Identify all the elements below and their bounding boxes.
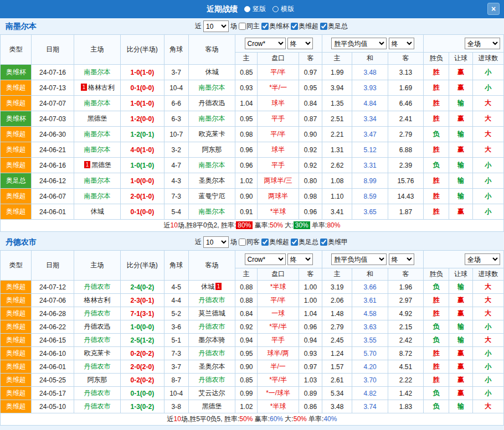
- avg-time-select[interactable]: 终: [389, 38, 414, 49]
- euro-home-odds: 1.35: [322, 96, 352, 111]
- team-name: 南墨尔本: [199, 115, 225, 122]
- league-filter-input[interactable]: [261, 23, 269, 30]
- team-name: 艾云达尔: [199, 389, 225, 397]
- same-away-checkbox-input[interactable]: [239, 239, 246, 246]
- col-euro-draw: 和: [352, 268, 388, 281]
- result-wdl: 负: [424, 400, 449, 413]
- league-filter-input[interactable]: [320, 23, 327, 30]
- match-count-select[interactable]: 10: [203, 236, 229, 248]
- avg-odds-select[interactable]: 胜平负均值: [331, 253, 387, 265]
- stat-label: 单率:: [310, 221, 327, 229]
- league-filter-checkbox[interactable]: 奥足总: [320, 22, 348, 31]
- stat-value: 50%: [294, 415, 307, 423]
- match-date: 24-05-10: [32, 400, 74, 413]
- asia-home-odds: 0.90: [235, 360, 258, 374]
- same-away-label: 同客: [246, 237, 260, 247]
- euro-home-odds: 2.62: [322, 158, 352, 173]
- layout-option-vertical[interactable]: 竖版: [244, 4, 266, 14]
- match-row: 奥维杯24-07-16南墨尔本1-0(1-0)3-7休城0.85平/半0.971…: [1, 65, 504, 80]
- league-filter-input[interactable]: [320, 239, 327, 246]
- asia-home-odds: 1.04: [235, 96, 258, 111]
- euro-draw-odds: 5.12: [352, 142, 388, 158]
- euro-draw-odds: 4.84: [352, 96, 388, 111]
- corner-count: 5-1: [164, 334, 188, 347]
- home-team: 丹德农市: [74, 360, 120, 374]
- match-score: 1-0(0-0): [121, 173, 164, 189]
- league-type: 奥维超: [1, 281, 32, 294]
- asia-handicap: 平手: [258, 111, 299, 127]
- avg-time-select[interactable]: 终: [389, 253, 414, 265]
- match-score: 7-1(3-1): [121, 307, 164, 320]
- match-count-select[interactable]: 10: [203, 20, 229, 32]
- same-home-checkbox[interactable]: 同主: [239, 22, 260, 31]
- asia-handicap: 平/半: [258, 294, 299, 307]
- euro-away-odds: 14.43: [388, 189, 423, 204]
- match-date: 24-06-07: [32, 189, 74, 204]
- team-name: 丹德农市: [199, 296, 225, 304]
- asia-away-odds: 0.89: [299, 387, 322, 400]
- league-filter-checkbox[interactable]: 奥维甲: [320, 237, 348, 247]
- away-team: 丹德农市: [188, 320, 235, 334]
- match-date: 24-06-10: [32, 347, 74, 360]
- home-team: 丹德农市: [74, 307, 120, 320]
- league-filter-checkbox[interactable]: 奥足总: [291, 237, 318, 247]
- odds-company-select[interactable]: Crow*: [245, 38, 286, 49]
- odds-company-select[interactable]: Crow*: [245, 253, 286, 265]
- euro-away-odds: 2.15: [388, 320, 423, 334]
- team-name: 莫兰德城: [199, 309, 225, 317]
- result-wdl: 胜: [424, 96, 449, 111]
- col-home: 主场: [74, 251, 120, 281]
- match-date: 24-06-12: [32, 173, 74, 189]
- team-name: 黑德堡: [91, 161, 111, 169]
- col-asia-home: 主: [235, 53, 258, 65]
- match-row: 奥维超24-06-28丹德农市7-1(3-1)5-2莫兰德城0.84一球1.04…: [1, 307, 504, 320]
- close-icon[interactable]: ×: [487, 3, 500, 15]
- league-filter-checkbox[interactable]: 奥维杯: [261, 22, 289, 31]
- euro-draw-odds: 3.34: [352, 111, 388, 127]
- asia-away-odds: 0.84: [299, 96, 322, 111]
- team-name: 丹德农迅: [199, 99, 225, 107]
- layout-option-horizontal[interactable]: 横版: [272, 4, 294, 14]
- euro-draw-odds: 4.20: [352, 360, 388, 374]
- team-name: 丹德农市: [199, 349, 225, 357]
- league-filter-input[interactable]: [261, 239, 269, 246]
- summary-pre: 近: [167, 415, 174, 423]
- odds-time-select[interactable]: 终: [287, 38, 313, 49]
- vertical-radio-icon[interactable]: [244, 6, 250, 12]
- league-filter-checkbox[interactable]: 奥维超: [261, 237, 289, 247]
- scope-select[interactable]: 全场: [465, 38, 500, 49]
- euro-away-odds: 2.97: [388, 294, 423, 307]
- euro-home-odds: 1.31: [322, 142, 352, 158]
- scope-select[interactable]: 全场: [465, 253, 500, 265]
- col-asia-away: 客: [299, 53, 322, 65]
- result-goals: 大: [472, 294, 503, 307]
- avg-odds-select[interactable]: 胜平负均值: [331, 38, 387, 49]
- match-date: 24-06-01: [32, 204, 74, 220]
- league-filter-input[interactable]: [291, 239, 298, 246]
- league-type: 奥维超: [1, 80, 32, 96]
- odds-time-select[interactable]: 终: [287, 253, 313, 265]
- same-home-checkbox-input[interactable]: [239, 23, 246, 30]
- asia-away-odds: 0.97: [299, 360, 322, 374]
- team-name: 南墨尔本: [199, 161, 225, 169]
- asia-home-odds: 0.98: [235, 127, 258, 142]
- match-score: 0-1(0-0): [121, 204, 164, 220]
- home-team: 丹德农市: [74, 387, 120, 400]
- stat-value: 50%: [270, 221, 283, 229]
- away-team: 莫兰德城: [188, 307, 235, 320]
- match-row: 奥维超24-07-12丹德农市2-4(0-2)4-5休城10.88*半球1.00…: [1, 281, 504, 294]
- result-handicap: 赢: [449, 360, 472, 374]
- match-row: 奥维超24-06-01休城0-1(0-0)5-4南墨尔本0.91*半球0.963…: [1, 204, 504, 220]
- asia-handicap: 平手: [258, 158, 299, 173]
- scope-controls: 全场: [424, 35, 504, 53]
- asia-handicap: 平手: [258, 334, 299, 347]
- corner-count: 3-7: [164, 65, 188, 80]
- result-handicap: 输: [449, 320, 472, 334]
- result-handicap: 赢: [449, 142, 472, 158]
- league-filter-input[interactable]: [291, 23, 298, 30]
- league-filter-checkbox[interactable]: 奥维超: [291, 22, 318, 31]
- corner-count: 5-2: [164, 307, 188, 320]
- same-away-checkbox[interactable]: 同客: [239, 237, 260, 247]
- horizontal-radio-icon[interactable]: [272, 6, 279, 12]
- team-section-1: 南墨尔本 近 10 场 同主 奥维杯 奥维超 奥足总: [0, 18, 504, 232]
